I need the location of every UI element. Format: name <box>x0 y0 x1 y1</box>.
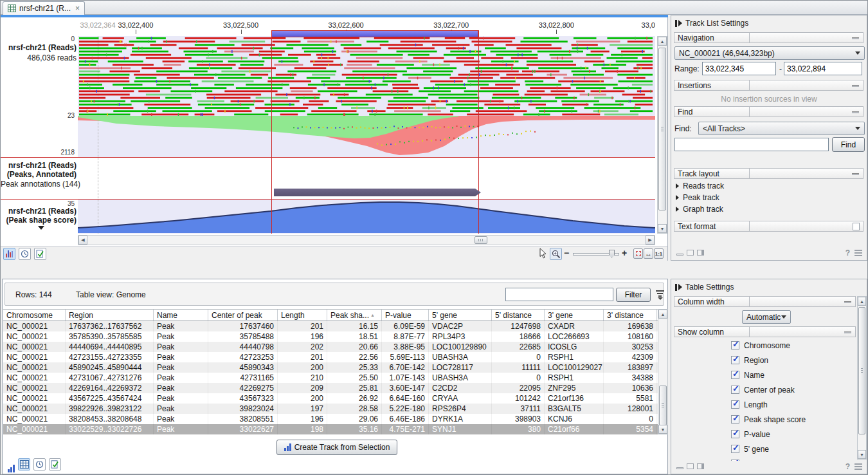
find-query-input[interactable] <box>674 138 829 151</box>
collapse-section-icon[interactable] <box>852 111 859 113</box>
table-row[interactable]: NC_00002139822926..39823122Peak398230241… <box>3 404 658 414</box>
collapse-all-icon[interactable] <box>676 467 683 469</box>
selection-region[interactable] <box>271 30 478 37</box>
scroll-down-button[interactable]: ▼ <box>858 450 866 459</box>
cursor-tool-icon[interactable] <box>539 248 548 259</box>
zoom-to-selection-button[interactable] <box>633 248 643 259</box>
column-width-section-header[interactable]: Column width <box>674 296 856 307</box>
chart-view-icon[interactable] <box>8 465 15 472</box>
track-layout-item[interactable]: Graph track <box>676 205 723 214</box>
zoom-in-tool-button[interactable] <box>550 248 562 260</box>
table-row[interactable]: NC_00002144440694..44440895Peak444407982… <box>3 342 658 352</box>
scroll-left-button[interactable]: ◀ <box>78 236 87 245</box>
panel-collapse-icon[interactable] <box>675 284 677 291</box>
column-header[interactable]: Peak sha...▲ <box>327 310 382 321</box>
column-header[interactable]: Region <box>66 310 154 321</box>
table-row[interactable]: NC_00002143567225..43567424Peak435673232… <box>3 393 658 404</box>
vertical-scrollbar[interactable]: ▲ ▼ <box>657 36 667 234</box>
checkbox-checked[interactable]: ✓ <box>731 400 739 409</box>
find-section-header[interactable]: Find <box>674 106 863 117</box>
scroll-right-button[interactable]: ▶ <box>646 236 655 245</box>
find-scope-select[interactable]: <All Tracks> <box>698 122 865 135</box>
panel-menu-icon[interactable] <box>854 463 862 470</box>
checkbox-checked[interactable]: ✓ <box>731 430 739 438</box>
advanced-filter-icon[interactable] <box>655 289 666 301</box>
find-button[interactable]: Find <box>832 137 865 152</box>
checkbox-checked[interactable]: ✓ <box>731 415 739 424</box>
checkbox-checked[interactable]: ✓ <box>731 341 739 349</box>
column-header[interactable]: 5' gene <box>429 310 492 321</box>
column-header[interactable]: Center of peak <box>208 310 278 321</box>
horizontal-scrollbar[interactable]: ◀ ▶ <box>78 235 655 245</box>
filter-input[interactable] <box>505 288 613 301</box>
table-row[interactable]: NC_00002138208453..38208648Peak382085511… <box>3 414 658 424</box>
column-width-select[interactable]: Automatic <box>742 310 791 324</box>
element-info-button[interactable] <box>49 458 61 470</box>
collapse-section-icon[interactable] <box>844 301 851 303</box>
history-view-button[interactable] <box>33 458 46 470</box>
fit-width-button[interactable]: ↔ <box>644 248 653 259</box>
panel-menu-icon[interactable] <box>854 250 862 256</box>
help-button[interactable]: ? <box>845 462 850 471</box>
scroll-thumb[interactable] <box>858 307 865 434</box>
float-panel-icon[interactable] <box>687 250 694 256</box>
dock-panel-icon[interactable] <box>697 250 704 256</box>
close-icon[interactable]: × <box>75 4 80 13</box>
column-header[interactable]: Length <box>278 310 327 321</box>
track-view-mode-button[interactable] <box>3 248 15 260</box>
track-view[interactable]: 33,022,36433,022,40033,022,50033,022,600… <box>1 17 668 261</box>
scroll-up-button[interactable]: ▲ <box>658 37 667 46</box>
help-button[interactable]: ? <box>845 248 850 257</box>
table-row[interactable]: NC_00002117637362..17637562Peak176374602… <box>3 321 658 331</box>
column-header[interactable]: 3' distance <box>604 310 657 321</box>
table-row-selected[interactable]: NC_00002133022529..33022726Peak330226271… <box>3 424 658 434</box>
dock-panel-icon[interactable] <box>697 463 704 469</box>
tab-table-view[interactable]: nrsf-chr21 (R... × <box>3 1 85 15</box>
checkbox-checked[interactable]: ✓ <box>731 445 739 453</box>
scroll-down-button[interactable]: ▼ <box>658 224 667 233</box>
scroll-thumb[interactable] <box>659 386 667 425</box>
column-header[interactable]: Chromosome <box>3 310 66 321</box>
column-header[interactable]: P-value <box>382 310 429 321</box>
checkbox-checked[interactable]: ✓ <box>731 371 739 379</box>
peak-annotation-arrow[interactable] <box>274 189 481 196</box>
collapse-all-icon[interactable] <box>676 254 683 256</box>
float-panel-icon[interactable] <box>687 463 694 469</box>
checkbox-checked[interactable]: ✓ <box>731 356 739 364</box>
collapse-section-icon[interactable] <box>844 331 851 333</box>
collapse-section-icon[interactable] <box>852 173 859 175</box>
table-row[interactable]: NC_00002142731067..42731276Peak427311652… <box>3 373 658 383</box>
column-header[interactable]: Name <box>154 310 208 321</box>
zoom-in-plus[interactable]: + <box>622 248 627 258</box>
range-to-input[interactable] <box>784 62 862 75</box>
zoom-slider-thumb[interactable] <box>609 250 615 258</box>
track-layout-section-header[interactable]: Track layout <box>674 168 863 179</box>
text-format-section-header[interactable]: Text format <box>674 221 863 232</box>
create-track-from-selection-button[interactable]: Create Track from Selection <box>276 440 397 455</box>
scroll-thumb[interactable] <box>475 236 487 244</box>
table-row[interactable]: NC_00002135785390..35785585Peak357854881… <box>3 331 658 342</box>
range-from-input[interactable] <box>702 62 776 75</box>
collapse-section-icon[interactable] <box>852 85 859 87</box>
contig-select[interactable]: NC_000021 (46,944,323bp) <box>674 46 865 60</box>
table-view-mode-button[interactable] <box>18 458 30 470</box>
column-header[interactable]: 3' gene <box>545 310 604 321</box>
filter-button[interactable]: Filter <box>616 288 651 302</box>
insertions-section-header[interactable]: Insertions <box>674 80 863 91</box>
show-column-section-header[interactable]: Show column <box>674 326 856 337</box>
scroll-thumb[interactable] <box>658 48 666 210</box>
navigation-section-header[interactable]: Navigation <box>674 32 863 43</box>
scroll-up-button[interactable]: ▲ <box>858 297 866 306</box>
element-info-button[interactable] <box>34 248 46 260</box>
table-row[interactable]: NC_00002142723155..42723355Peak427232532… <box>3 352 658 362</box>
collapse-section-icon[interactable] <box>852 37 859 39</box>
settings-scrollbar[interactable]: ▲ ▼ <box>857 296 867 460</box>
zoom-out-minus[interactable]: − <box>564 248 569 258</box>
checkbox-checked[interactable]: ✓ <box>731 386 739 394</box>
column-header[interactable]: 5' distance <box>492 310 545 321</box>
track-collapse-handle[interactable] <box>38 226 44 230</box>
track-layout-item[interactable]: Peak track <box>676 193 719 202</box>
scroll-down-button[interactable]: ▼ <box>658 425 667 434</box>
table-row[interactable]: NC_00002145890245..45890444Peak458903432… <box>3 362 658 373</box>
history-view-button[interactable] <box>19 248 31 260</box>
